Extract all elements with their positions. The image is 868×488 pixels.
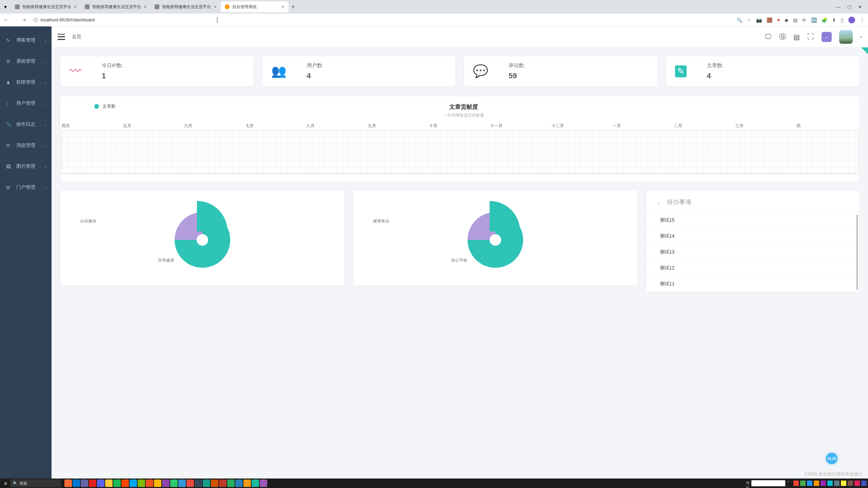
browser-tab[interactable]: 智能推荐健康生活交流平台×: [151, 1, 220, 12]
ext-icon[interactable]: ⟳: [802, 17, 806, 23]
address-bar: ← → × ⓘ localhost:9528/#/dashboard 🔍 ☆ 📷…: [0, 14, 868, 26]
comment-icon: 💬: [473, 64, 488, 78]
doc-icon[interactable]: ▤: [793, 33, 800, 41]
gitee-icon[interactable]: Ⓖ: [779, 32, 786, 41]
todo-item[interactable]: 测试12: [646, 260, 859, 276]
fullscreen-icon[interactable]: ⛶: [807, 33, 814, 41]
sidebar-item-blog[interactable]: ✎博客管理⌄: [0, 30, 52, 51]
todo-card: ⌄ 待办事项 测试15 测试14 测试13 测试12 测试11: [646, 190, 859, 292]
close-icon[interactable]: ×: [281, 4, 284, 9]
users-icon: 👥: [271, 64, 287, 78]
browser-tab[interactable]: 智能推荐健康生活交流平台×: [11, 1, 81, 12]
screen-icon[interactable]: 🖵: [765, 33, 772, 41]
site-info-icon[interactable]: ⓘ: [34, 17, 38, 23]
minimize-icon[interactable]: —: [836, 4, 841, 9]
sidebar-item-label: 系统管理: [16, 58, 35, 64]
stat-value: 4: [707, 72, 724, 80]
pie-graphic[interactable]: [468, 212, 523, 268]
grid-icon: ⊞: [6, 185, 12, 190]
pie-label: 身心平衡: [451, 258, 467, 263]
sidebar-item-image[interactable]: 🖼图片管理⌄: [0, 156, 52, 177]
legend-dot-icon: [94, 104, 99, 109]
pie-label: 运动健身: [80, 218, 96, 224]
stat-label: 评论数:: [509, 62, 525, 69]
sidepanel-icon[interactable]: ▯: [841, 17, 844, 23]
sidebar-item-log[interactable]: 📎操作日志⌄: [0, 114, 52, 135]
sidebar-item-label: 消息管理: [16, 142, 35, 148]
stat-card-ip: 〰 今日IP数:1: [60, 56, 254, 86]
sidebar-item-label: 图片管理: [16, 163, 35, 169]
pencil-icon: ✎: [6, 38, 12, 43]
top-header: 首页 🖵 Ⓖ ▤ ⛶ ⌄ ▾: [52, 26, 868, 47]
sidebar-item-label: 门户管理: [16, 184, 35, 190]
pie-label: 营养健康: [158, 258, 174, 263]
profile-avatar[interactable]: [848, 17, 855, 23]
heatmap-grid[interactable]: [62, 131, 858, 174]
close-window-icon[interactable]: ✕: [858, 4, 862, 9]
gear-icon: ⚙: [6, 59, 12, 64]
stat-label: 今日IP数:: [102, 62, 123, 69]
chevron-down-icon: ⌄: [44, 38, 47, 43]
edit-icon: ✎: [675, 65, 687, 77]
maximize-icon[interactable]: ▢: [847, 4, 851, 9]
zoom-icon[interactable]: 🔍: [736, 17, 742, 23]
sidebar-item-user[interactable]: ⌂用户管理⌄: [0, 93, 52, 114]
browser-tab[interactable]: 智能推荐健康生活交流平台×: [81, 1, 151, 12]
todo-item[interactable]: 测试13: [646, 244, 859, 260]
download-icon[interactable]: ⬇: [832, 17, 836, 23]
sidebar-item-message[interactable]: ✉消息管理⌄: [0, 135, 52, 156]
user-avatar[interactable]: [839, 30, 853, 44]
browser-tab-bar: ▾ 智能推荐健康生活交流平台× 智能推荐健康生活交流平台× 智能推荐健康生活交流…: [0, 0, 868, 14]
todo-list[interactable]: 测试15 测试14 测试13 测试12 测试11: [646, 212, 859, 292]
chevron-down-icon: ⌄: [44, 59, 47, 64]
menu-icon[interactable]: ⋮: [860, 17, 865, 23]
text-cursor: [217, 17, 217, 23]
sidebar-item-portal[interactable]: ⊞门户管理⌄: [0, 177, 52, 198]
reload-icon[interactable]: ×: [23, 17, 26, 23]
ext-icon[interactable]: 🟫: [767, 17, 772, 23]
extensions-icon[interactable]: 🧩: [822, 17, 827, 23]
close-icon[interactable]: ×: [214, 4, 216, 9]
user-icon: ♟: [6, 80, 12, 85]
sidebar-item-system[interactable]: ⚙系统管理⌄: [0, 51, 52, 72]
bookmark-icon[interactable]: ☆: [747, 17, 751, 23]
chevron-down-icon: ⌄: [44, 101, 47, 106]
forward-icon[interactable]: →: [13, 17, 18, 23]
stat-value: 4: [307, 72, 323, 80]
pie-graphic[interactable]: [175, 212, 230, 268]
new-tab-button[interactable]: +: [289, 2, 298, 12]
stat-card-articles: ✎ 文章数:4: [666, 56, 860, 86]
sidebar-item-permission[interactable]: ♟权限管理⌄: [0, 72, 52, 93]
sidebar: ✎博客管理⌄ ⚙系统管理⌄ ♟权限管理⌄ ⌂用户管理⌄ 📎操作日志⌄ ✉消息管理…: [0, 26, 52, 479]
ext-icon[interactable]: ◆: [785, 17, 788, 23]
hamburger-icon[interactable]: [58, 34, 65, 40]
sidebar-item-label: 博客管理: [16, 37, 35, 43]
ext-icon[interactable]: ▤: [793, 17, 797, 23]
chevron-down-icon[interactable]: ▾: [860, 35, 862, 39]
todo-item[interactable]: 测试11: [646, 276, 859, 292]
theme-picker[interactable]: ⌄: [822, 32, 832, 42]
ext-icon[interactable]: 📷: [756, 17, 762, 23]
translate-icon[interactable]: 🔤: [811, 17, 817, 23]
back-icon[interactable]: ←: [3, 17, 8, 23]
chart-title: 文章贡献度: [443, 103, 484, 111]
tab-list-button[interactable]: ▾: [2, 3, 9, 10]
month-axis: 四月五月六月七月八月九月十月十一月十二月一月二月三月四: [60, 123, 859, 129]
sidebar-item-label: 用户管理: [16, 100, 35, 106]
chevron-down-icon: ⌄: [44, 122, 47, 127]
chevron-down-icon: ⌄: [44, 164, 47, 169]
browser-tab-active[interactable]: 后台管理系统×: [221, 1, 289, 12]
close-icon[interactable]: ×: [144, 4, 146, 9]
float-timer-badge[interactable]: 01:23: [826, 453, 837, 464]
close-icon[interactable]: ×: [74, 4, 77, 9]
chevron-down-icon[interactable]: ⌄: [656, 198, 662, 206]
todo-item[interactable]: 测试15: [646, 212, 859, 228]
image-icon: 🖼: [6, 164, 12, 169]
clip-icon: 📎: [6, 122, 12, 127]
scrollbar[interactable]: [856, 215, 858, 290]
ext-icon[interactable]: ♥: [777, 17, 780, 23]
chart-legend: 文章数: [94, 103, 116, 109]
chart-subtitle: 一年内博客提交的数量: [443, 113, 484, 118]
todo-item[interactable]: 测试14: [646, 228, 859, 244]
url-input[interactable]: ⓘ localhost:9528/#/dashboard: [31, 17, 732, 23]
